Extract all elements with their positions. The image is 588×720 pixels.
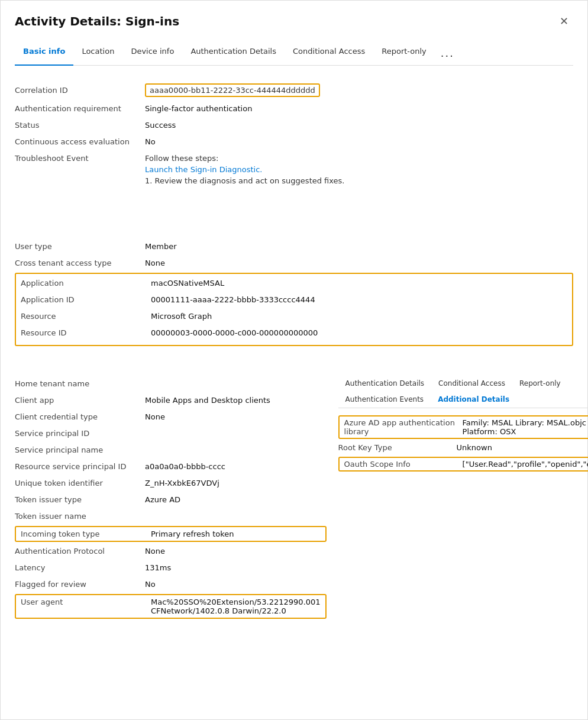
resource-value: Microsoft Graph [151, 312, 567, 321]
flagged-value: No [145, 580, 327, 589]
user-type-value: Member [145, 242, 573, 251]
root-key-row: Root Key Type Unknown [338, 440, 588, 456]
cross-tenant-row: Cross tenant access type None [15, 255, 573, 272]
flagged-row: Flagged for review No [15, 576, 327, 593]
dialog-title: Activity Details: Sign-ins [15, 14, 179, 28]
left-fields: Home tenant name Client app Mobile Apps … [15, 376, 327, 620]
auth-req-value: Single-factor authentication [145, 104, 573, 113]
root-key-label: Root Key Type [338, 443, 457, 452]
oauth-scope-label: Oauth Scope Info [344, 460, 463, 469]
secondary-tab-additional-details[interactable]: Additional Details [431, 392, 516, 408]
cae-row: Continuous access evaluation No [15, 134, 573, 150]
sign-in-diagnostic-link[interactable]: Launch the Sign-in Diagnostic. [145, 165, 263, 174]
client-app-value: Mobile Apps and Desktop clients [145, 396, 327, 405]
latency-row: Latency 131ms [15, 560, 327, 576]
user-type-row: User type Member [15, 238, 573, 255]
secondary-tab-auth-events[interactable]: Authentication Events [338, 392, 431, 408]
azure-ad-value: Family: MSAL Library: MSAL.objc 1.2.4 Pl… [463, 418, 588, 436]
auth-protocol-row: Authentication Protocol None [15, 543, 327, 560]
cross-tenant-value: None [145, 259, 573, 267]
latency-label: Latency [15, 563, 145, 572]
dialog-header: Activity Details: Sign-ins ✕ [15, 12, 573, 30]
application-id-value: 00001111-aaaa-2222-bbbb-3333cccc4444 [151, 295, 567, 304]
application-id-label: Application ID [21, 295, 151, 304]
user-agent-label: User agent [21, 598, 151, 606]
service-principal-name-row: Service principal name [15, 442, 327, 459]
auth-req-row: Authentication requirement Single-factor… [15, 101, 573, 117]
home-tenant-label: Home tenant name [15, 379, 145, 388]
resource-row: Resource Microsoft Graph [16, 309, 572, 326]
auth-protocol-label: Authentication Protocol [15, 547, 145, 556]
status-row: Status Success [15, 117, 573, 134]
latency-value: 131ms [145, 563, 327, 572]
incoming-token-value: Primary refresh token [151, 529, 321, 538]
troubleshoot-step: Follow these steps: [145, 154, 573, 163]
right-fields: Authentication Details Conditional Acces… [327, 376, 588, 620]
cae-label: Continuous access evaluation [15, 137, 145, 146]
service-principal-id-row: Service principal ID [15, 425, 327, 442]
resource-id-label: Resource ID [21, 328, 151, 337]
client-cred-row: Client credential type None [15, 409, 327, 425]
troubleshoot-review: 1. Review the diagnosis and act on sugge… [145, 176, 573, 185]
tab-report-only[interactable]: Report-only [373, 41, 435, 66]
secondary-tab-auth-details[interactable]: Authentication Details [338, 376, 432, 392]
client-app-label: Client app [15, 396, 145, 405]
tab-conditional-access[interactable]: Conditional Access [285, 41, 373, 66]
client-cred-value: None [145, 412, 327, 421]
token-issuer-type-label: Token issuer type [15, 495, 145, 504]
cae-value: No [145, 137, 573, 146]
client-app-row: Client app Mobile Apps and Desktop clien… [15, 392, 327, 409]
incoming-token-label: Incoming token type [21, 529, 151, 538]
tab-device-info[interactable]: Device info [122, 41, 182, 66]
troubleshoot-label: Troubleshoot Event [15, 154, 145, 163]
bottom-section: Home tenant name Client app Mobile Apps … [15, 376, 573, 620]
top-section: Correlation ID aaaa0000-bb11-2222-33cc-4… [15, 80, 573, 191]
tab-auth-details[interactable]: Authentication Details [182, 41, 285, 66]
secondary-tab-conditional-access[interactable]: Conditional Access [431, 376, 512, 392]
home-tenant-row: Home tenant name [15, 376, 327, 392]
auth-protocol-value: None [145, 547, 327, 556]
resource-svc-row: Resource service principal ID a0a0a0a0-b… [15, 459, 327, 475]
user-agent-row: User agent Mac%20SSO%20Extension/53.2212… [15, 594, 327, 619]
unique-token-row: Unique token identifier Z_nH-XxbkE67VDVj [15, 475, 327, 492]
user-agent-value: Mac%20SSO%20Extension/53.2212990.001 CFN… [151, 598, 321, 615]
service-principal-name-label: Service principal name [15, 445, 145, 454]
resource-svc-label: Resource service principal ID [15, 462, 145, 471]
root-key-value: Unknown [457, 443, 588, 452]
application-id-row: Application ID 00001111-aaaa-2222-bbbb-3… [16, 293, 572, 309]
app-highlight-section: Application macOSNativeMSAL Application … [15, 273, 573, 346]
auth-req-label: Authentication requirement [15, 104, 145, 113]
incoming-token-row: Incoming token type Primary refresh toke… [15, 526, 327, 542]
tab-basic-info[interactable]: Basic info [15, 41, 73, 66]
client-cred-label: Client credential type [15, 412, 145, 421]
secondary-tabs: Authentication Details Conditional Acces… [338, 376, 588, 408]
unique-token-label: Unique token identifier [15, 479, 145, 487]
tab-location[interactable]: Location [73, 41, 122, 66]
application-label: Application [21, 279, 151, 288]
token-issuer-type-value: Azure AD [145, 495, 327, 504]
token-issuer-name-row: Token issuer name [15, 508, 327, 525]
user-type-label: User type [15, 242, 145, 251]
main-tabs: Basic info Location Device info Authenti… [15, 41, 573, 66]
correlation-id-highlight: aaaa0000-bb11-2222-33cc-444444dddddd [145, 83, 320, 97]
correlation-id-value: aaaa0000-bb11-2222-33cc-444444dddddd [145, 83, 320, 97]
resource-label: Resource [21, 312, 151, 321]
user-section: User type Member Cross tenant access typ… [15, 238, 573, 346]
oauth-scope-row: Oauth Scope Info ["User.Read","profile",… [338, 457, 588, 472]
cross-tenant-label: Cross tenant access type [15, 259, 145, 267]
close-button[interactable]: ✕ [555, 12, 573, 30]
tab-more[interactable]: ... [435, 41, 460, 65]
secondary-tab-report-only[interactable]: Report-only [512, 376, 568, 392]
unique-token-value: Z_nH-XxbkE67VDVj [145, 479, 327, 487]
resource-id-value: 00000003-0000-0000-c000-000000000000 [151, 328, 567, 337]
token-issuer-type-row: Token issuer type Azure AD [15, 492, 327, 508]
azure-ad-label: Azure AD app authentication library [344, 418, 463, 436]
application-value: macOSNativeMSAL [151, 279, 567, 288]
status-label: Status [15, 121, 145, 130]
correlation-id-label: Correlation ID [15, 86, 145, 95]
status-value: Success [145, 121, 573, 130]
resource-svc-value: a0a0a0a0-bbbb-cccc [145, 462, 327, 471]
flagged-label: Flagged for review [15, 580, 145, 589]
oauth-scope-value: ["User.Read","profile","openid","email"] [463, 460, 588, 469]
troubleshoot-row: Troubleshoot Event Follow these steps: L… [15, 150, 573, 191]
